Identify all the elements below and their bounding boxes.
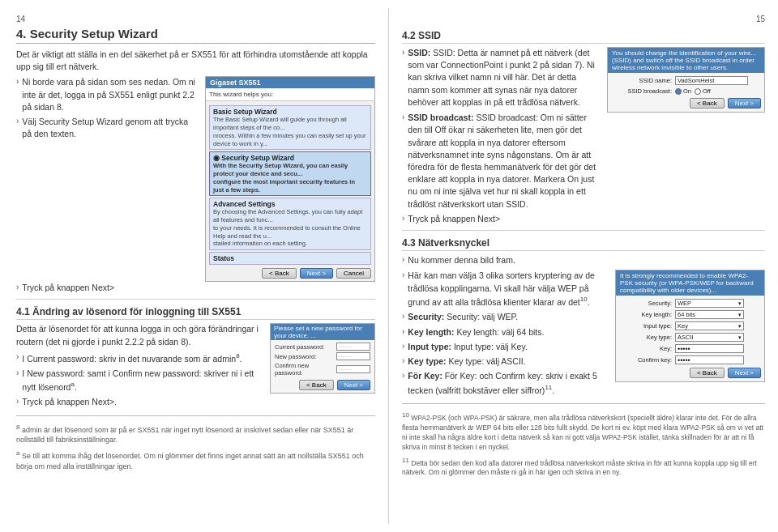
bullet-text-ssid-next: Tryck på knappen Next> [408, 213, 500, 225]
bullet-arrow-next2: › [16, 397, 19, 406]
pwd-body: Current password: ········ New password:… [271, 340, 374, 393]
ssid-broadcast-label: SSID broadcast: [611, 87, 672, 95]
page-number-right: 15 [402, 15, 765, 23]
bullet-text-ssid: SSID: SSID: Detta är namnet på ett nätve… [408, 47, 599, 109]
left-page: 14 4. Security Setup Wizard Det är vikti… [0, 8, 389, 524]
bullet-1: › Ni borde vara på sidan som ses nedan. … [16, 76, 197, 113]
wizard-nav-buttons: < Back Next > Cancel [209, 268, 371, 279]
sec-dropdown-inputtype[interactable]: Key ▾ [675, 321, 744, 330]
bullet-inputtype: › Input type: Input type: välj Key. [402, 341, 607, 353]
sec-row-keylength: Key length: 64 bits ▾ [619, 310, 761, 319]
bullet-text-security-text: Här kan man välja 3 olika sorters krypte… [408, 270, 607, 308]
bullet-text-ssid-broadcast: SSID broadcast: SSID broadcast: Om ni sä… [408, 112, 599, 211]
sec-dropdown-security[interactable]: WEP ▾ [675, 299, 744, 308]
sec-body: Security: WEP ▾ Key length: 64 bits ▾ [616, 296, 764, 381]
section-41-intro: Detta är lösenordet för att kunna logga … [16, 323, 262, 347]
ssid-screenshot-container: You should change the identification of … [607, 47, 765, 213]
bullet-text-current: I Current password: skriv in det nuvaran… [22, 351, 242, 365]
bullet-new: › I New password: samt i Confirm new pas… [16, 368, 262, 394]
bullet-text-keytype: Key type: Key type: välj ASCII. [408, 355, 525, 368]
section-43-title: 4.3 Nätverksnyckel [402, 237, 765, 251]
pwd-title: Please set a new password for your devic… [271, 324, 374, 340]
ssid-broadcast-row: SSID broadcast: On Off [611, 87, 761, 95]
bullet-next2: › Tryck på knappen Next>. [16, 396, 262, 408]
footnote-a: a Se till att komma ihåg det lösenordet.… [16, 449, 375, 471]
pwd-back-button[interactable]: < Back [299, 380, 334, 390]
password-screenshot-container: Please set a new password for your devic… [270, 323, 375, 410]
sup-10: 10 [580, 296, 588, 303]
bullet-arrow-new: › [16, 368, 19, 377]
bullet-text-3: Tryck på knappen Next> [22, 282, 114, 294]
bullet-arrow-forkey: › [402, 371, 404, 380]
ssid-nav-buttons: < Back Next > [611, 98, 761, 109]
pwd-label-new: New password: [275, 353, 334, 360]
sec-row-security: Security: WEP ▾ [619, 299, 761, 308]
sec-dropdown-keylength[interactable]: 64 bits ▾ [675, 310, 744, 319]
section-41-title: 4.1 Ändring av lösenord för inloggning t… [16, 306, 375, 320]
bullet-current: › I Current password: skriv in det nuvar… [16, 351, 262, 365]
bullet-ssid-next: › Tryck på knappen Next> [402, 213, 765, 225]
bullet-text-2: Välj Security Setup Wizard genom att try… [22, 116, 197, 140]
back-button[interactable]: < Back [262, 268, 297, 279]
pwd-next-button[interactable]: Next > [337, 380, 370, 390]
ssid-body: SSID name: VadSomHelst SSID broadcast: O… [608, 73, 764, 112]
sec-row-keytype: Key type: ASCII ▾ [619, 333, 761, 342]
sec-label-key: Key: [619, 345, 672, 352]
bullet-text-security: Security: Security: välj WEP. [408, 311, 518, 323]
bullet-arrow-security: › [402, 312, 404, 321]
bullet-keytype: › Key type: Key type: välj ASCII. [402, 355, 607, 368]
bullet-security-text: › Här kan man välja 3 olika sorters kryp… [402, 270, 607, 308]
bullet-arrow-43-intro: › [402, 255, 404, 264]
bullet-arrow-keylength: › [402, 327, 404, 336]
bullet-text-inputtype: Input type: Input type: välj Key. [408, 341, 527, 353]
pwd-input-confirm[interactable]: ········ [336, 365, 370, 373]
bullet-ssid-broadcast: › SSID broadcast: SSID broadcast: Om ni … [402, 112, 599, 211]
intro-text: Det är viktigt att ställa in en del säke… [16, 49, 375, 73]
sec-back-button[interactable]: < Back [690, 368, 725, 378]
section-divider [16, 299, 375, 300]
sec-label-keytype: Key type: [619, 334, 672, 341]
password-screenshot: Please set a new password for your devic… [270, 323, 375, 394]
cancel-button[interactable]: Cancel [336, 268, 371, 279]
right-page-bottom: 10 WPA2-PSK (och WPA-PSK) är säkrare, me… [402, 403, 765, 478]
sup-8: 8 [236, 352, 239, 360]
pwd-input-new[interactable]: ········ [336, 352, 370, 360]
ssid-name-label: SSID name: [611, 77, 672, 84]
bullet-3: › Tryck på knappen Next> [16, 282, 375, 294]
footnote-10: 10 WPA2-PSK (och WPA-PSK) är säkrare, me… [402, 411, 765, 452]
ssid-screenshot: You should change the identification of … [607, 47, 765, 113]
bullet-keylength: › Key length: Key length: välj 64 bits. [402, 326, 607, 338]
bullet-arrow-keytype: › [402, 356, 404, 365]
bullet-arrow-inputtype: › [402, 342, 404, 351]
bullet-text-new: I New password: samt i Confirm new passw… [22, 368, 262, 394]
wizard-item-security: ◉ Security Setup Wizard With the Securit… [209, 151, 371, 196]
wizard-screenshot: Gigaset SX551 This wizard helps you: Bas… [205, 76, 375, 282]
sec-row-inputtype: Input type: Key ▾ [619, 321, 761, 330]
pwd-row-new: New password: ········ [275, 352, 370, 360]
pwd-input-current[interactable]: ········ [336, 343, 370, 351]
bullet-arrow-2: › [16, 117, 19, 126]
sup-11: 11 [545, 384, 552, 391]
section-42-title: 4.2 SSID [402, 30, 765, 44]
right-page: 15 4.2 SSID › SSID: SSID: Detta är namne… [389, 8, 778, 524]
ssid-next-button[interactable]: Next > [728, 98, 761, 109]
section-43-text: › Här kan man välja 3 olika sorters kryp… [402, 270, 607, 398]
bullet-arrow-ssid: › [402, 48, 404, 57]
section-41-text: Detta är lösenordet för att kunna logga … [16, 323, 262, 410]
page-bottom: 8 admin är det lösenord som är på er SX5… [16, 415, 375, 471]
ssid-name-input[interactable]: VadSomHelst [675, 76, 748, 85]
wizard-item-status: Status [209, 252, 371, 265]
next-button[interactable]: Next > [300, 268, 333, 279]
sec-input-confirmkey[interactable]: ••••• [675, 355, 744, 364]
sec-dropdown-keytype[interactable]: ASCII ▾ [675, 333, 744, 342]
bullet-forkey: › För Key: För Key: och Confirm key: skr… [402, 370, 607, 396]
sec-next-button[interactable]: Next > [728, 368, 761, 378]
sec-input-key[interactable]: ••••• [675, 344, 744, 353]
security-screenshot: It is strongly recommended to enable WPA… [615, 270, 765, 382]
wizard-item-advanced: Advanced Settings By choosing the Advanc… [209, 198, 371, 250]
sec-label-keylength: Key length: [619, 311, 672, 318]
bullet-text-next2: Tryck på knappen Next>. [22, 396, 117, 408]
sec-title-bar: It is strongly recommended to enable WPA… [616, 270, 764, 296]
ssid-back-button[interactable]: < Back [690, 98, 725, 109]
sec-row-key: Key: ••••• [619, 344, 761, 353]
